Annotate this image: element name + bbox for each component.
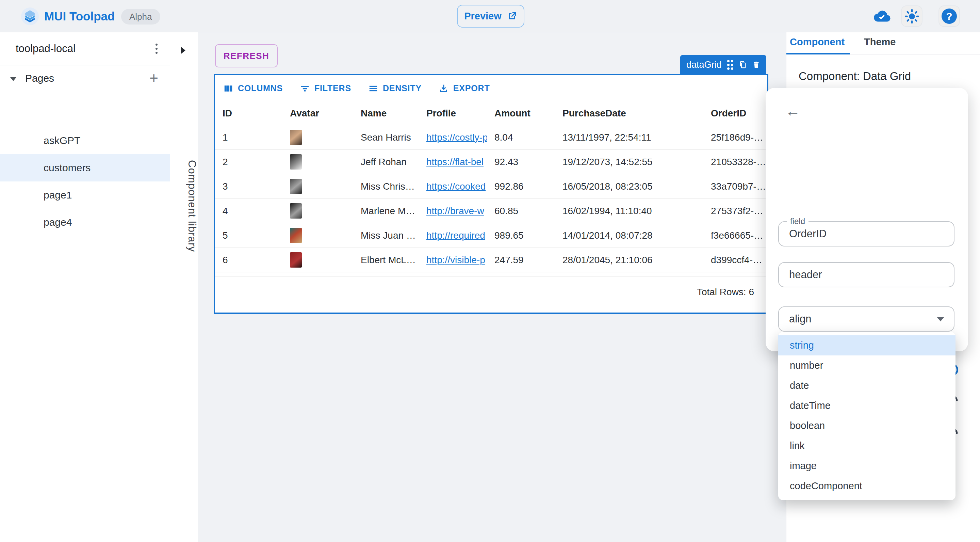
- type-dropdown-menu: string number date dateTime boolean link…: [778, 332, 956, 500]
- page-canvas: REFRESH dataGrid: [198, 32, 786, 542]
- cell-amount: 992.86: [487, 181, 555, 192]
- sidebar-item-askgpt[interactable]: askGPT: [0, 127, 170, 154]
- question-mark-icon: ?: [942, 8, 957, 24]
- column-header-amount[interactable]: Amount: [487, 108, 555, 119]
- profile-link[interactable]: https://costly-p: [426, 132, 487, 143]
- avatar: [290, 252, 302, 268]
- cell-amount: 989.65: [487, 230, 555, 241]
- avatar: [290, 179, 302, 194]
- duplicate-icon[interactable]: [739, 59, 747, 70]
- table-row[interactable]: 4 Marlene M… http://brave-w 60.85 16/02/…: [215, 199, 767, 223]
- dropdown-option-image[interactable]: image: [778, 456, 956, 476]
- cell-purchasedate: 13/11/1997, 22:54:11: [555, 132, 703, 143]
- dropdown-option-datetime[interactable]: dateTime: [778, 395, 956, 416]
- density-button-label: DENSITY: [383, 83, 422, 93]
- column-header-id[interactable]: ID: [215, 108, 282, 119]
- page-item-label: customers: [43, 162, 91, 174]
- table-row[interactable]: 3 Miss Chris… https://cooked 992.86 16/0…: [215, 174, 767, 199]
- cell-id: 2: [215, 156, 282, 167]
- table-row[interactable]: 6 Elbert McL… http://visible-p 247.59 28…: [215, 248, 767, 273]
- sidebar-item-page4[interactable]: page4: [0, 209, 170, 236]
- columns-button[interactable]: COLUMNS: [223, 83, 283, 94]
- inspector-tabs: Component Theme: [786, 32, 980, 54]
- profile-link[interactable]: http://required: [426, 230, 485, 241]
- preview-button-label: Preview: [464, 11, 501, 22]
- grid-header-row: ID Avatar Name Profile Amount PurchaseDa…: [215, 102, 767, 125]
- total-rows-label: Total Rows: 6: [697, 287, 754, 298]
- dropdown-option-number[interactable]: number: [778, 355, 956, 376]
- tab-component[interactable]: Component: [790, 37, 845, 48]
- header-input-value: header: [789, 269, 822, 281]
- column-header-orderid[interactable]: OrderID: [703, 108, 767, 119]
- dropdown-option-link[interactable]: link: [778, 436, 956, 456]
- cell-id: 3: [215, 181, 282, 192]
- back-arrow-icon[interactable]: ←: [783, 102, 802, 121]
- preview-button[interactable]: Preview: [457, 5, 524, 27]
- project-row: toolpad-local: [0, 32, 170, 65]
- component-library-strip[interactable]: Component library: [170, 32, 198, 542]
- profile-link[interactable]: https://flat-bel: [426, 156, 484, 167]
- density-button[interactable]: DENSITY: [368, 83, 422, 94]
- table-row[interactable]: 2 Jeff Rohan https://flat-bel 92.43 19/1…: [215, 150, 767, 174]
- page-item-label: page1: [43, 189, 72, 201]
- dropdown-option-codecomponent[interactable]: codeComponent: [778, 476, 956, 496]
- dropdown-option-date[interactable]: date: [778, 376, 956, 395]
- column-header-purchasedate[interactable]: PurchaseDate: [555, 108, 703, 119]
- cell-orderid: d399ccf4-…: [703, 255, 767, 266]
- column-header-avatar[interactable]: Avatar: [282, 108, 353, 119]
- column-header-profile[interactable]: Profile: [419, 108, 487, 119]
- table-row[interactable]: 5 Miss Juan … http://required 989.65 14/…: [215, 223, 767, 248]
- dropdown-option-boolean[interactable]: boolean: [778, 416, 956, 436]
- cloud-sync-status: [871, 7, 891, 26]
- collapse-caret-icon[interactable]: [10, 77, 16, 81]
- align-select[interactable]: align: [778, 306, 955, 332]
- column-editor-popover: ← field OrderID header align width type …: [765, 88, 968, 351]
- cell-amount: 60.85: [487, 206, 555, 217]
- drag-handle-icon[interactable]: [727, 60, 733, 70]
- table-row[interactable]: 1 Sean Harris https://costly-p 8.04 13/1…: [215, 125, 767, 150]
- sun-icon: [905, 9, 919, 24]
- field-input-label: field: [787, 217, 808, 226]
- profile-link[interactable]: http://brave-w: [426, 206, 484, 216]
- tab-theme[interactable]: Theme: [864, 37, 896, 48]
- avatar: [290, 203, 302, 218]
- export-button[interactable]: EXPORT: [439, 83, 490, 94]
- cell-name: Miss Juan …: [353, 230, 419, 241]
- columns-icon: [223, 83, 234, 94]
- expand-arrow-icon[interactable]: [181, 47, 185, 54]
- data-grid-component[interactable]: COLUMNS FILTERS DENSIT: [214, 74, 768, 314]
- header-input[interactable]: header: [778, 262, 955, 287]
- active-tab-indicator: [786, 53, 850, 54]
- avatar: [290, 228, 302, 243]
- cell-orderid: 25f186d9-…: [703, 132, 767, 143]
- cell-purchasedate: 19/12/2073, 14:52:55: [555, 156, 703, 167]
- cloud-check-icon: [872, 9, 891, 24]
- cell-avatar: [282, 154, 353, 169]
- cell-purchasedate: 28/01/2045, 21:10:06: [555, 255, 703, 266]
- align-select-value: align: [789, 313, 811, 325]
- filters-button[interactable]: FILTERS: [300, 83, 351, 94]
- page-item-label: askGPT: [43, 135, 80, 147]
- cell-name: Elbert McL…: [353, 255, 419, 266]
- column-header-name[interactable]: Name: [353, 108, 419, 119]
- profile-link[interactable]: https://cooked: [426, 181, 485, 192]
- dropdown-option-string[interactable]: string: [778, 335, 956, 355]
- cell-avatar: [282, 179, 353, 194]
- refresh-button[interactable]: REFRESH: [215, 44, 278, 67]
- theme-toggle-button[interactable]: [901, 5, 923, 27]
- help-button[interactable]: ?: [939, 5, 960, 27]
- pages-section-header[interactable]: Pages +: [0, 70, 170, 88]
- cell-purchasedate: 16/02/1994, 11:10:40: [555, 206, 703, 217]
- sidebar-item-page1[interactable]: page1: [0, 182, 170, 209]
- profile-link[interactable]: http://visible-p: [426, 255, 485, 265]
- add-page-plus-icon[interactable]: +: [146, 70, 162, 86]
- delete-trash-icon[interactable]: [752, 59, 760, 70]
- sidebar-item-customers[interactable]: customers: [0, 154, 170, 182]
- cell-avatar: [282, 130, 353, 145]
- pages-section-label: Pages: [25, 73, 54, 84]
- project-menu-kebab-icon[interactable]: [148, 40, 165, 57]
- page-item-label: page4: [43, 217, 72, 228]
- cell-id: 5: [215, 230, 282, 241]
- cell-id: 1: [215, 132, 282, 143]
- selection-chip[interactable]: dataGrid: [680, 55, 766, 74]
